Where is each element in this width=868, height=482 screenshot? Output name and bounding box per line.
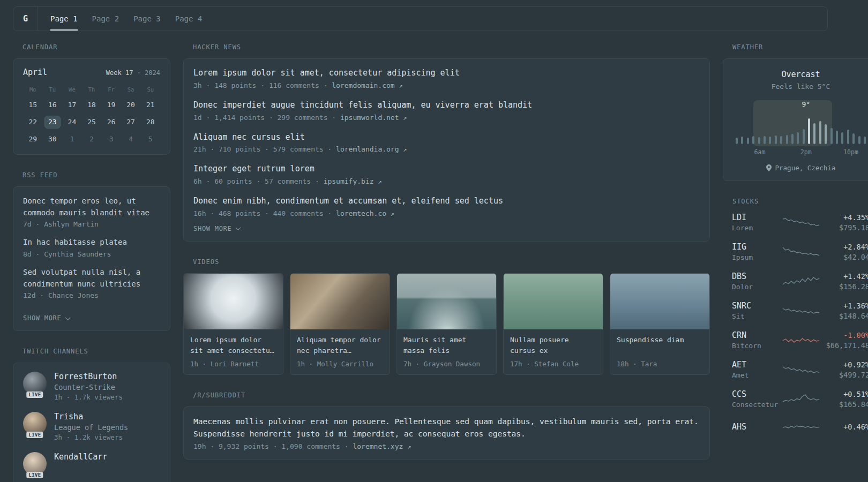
twitch-channel-game: League of Legends (54, 423, 128, 432)
stock-change: +0.51% (821, 390, 868, 398)
video-card[interactable]: Nullam posuere cursus ex17h · Stefan Col… (503, 273, 603, 375)
video-card[interactable]: Lorem ipsum dolor sit amet consectetu…1h… (183, 273, 283, 375)
nav-tabs: Page 1Page 2Page 3Page 4 (38, 7, 202, 31)
hackernews-item-title[interactable]: Donec imperdiet augue tincidunt felis al… (193, 100, 700, 111)
twitch-section-title: TWITCH CHANNELS (13, 347, 170, 356)
post-title[interactable]: Maecenas mollis pulvinar erat non posuer… (193, 416, 700, 440)
video-meta: 7h · Grayson Dawson (403, 360, 490, 368)
twitch-channel-name[interactable]: Trisha (54, 412, 128, 421)
video-card[interactable]: Aliquam tempor dolor nec pharetra…1h · M… (290, 273, 390, 375)
live-badge: LIVE (26, 432, 43, 438)
hackernews-item-title[interactable]: Integer eget rutrum lorem (193, 163, 700, 175)
logo[interactable]: G (13, 7, 38, 31)
calendar-day-selected: 23 (44, 116, 61, 129)
stock-row[interactable]: LDILorem+4.35%$795.18 (732, 213, 868, 232)
stock-row[interactable]: SNRCSit+1.36%$148.64 (732, 301, 868, 320)
location-pin-icon (766, 164, 772, 171)
twitch-channel-name[interactable]: KendallCarr (54, 452, 107, 462)
stock-row[interactable]: CRNBitcorn-1.00%$66,171.48 (732, 330, 868, 350)
main-grid: CALENDAR April Week 17 · 2024 MoTuWeThFr… (13, 43, 828, 482)
calendar-day: 21 (143, 99, 159, 111)
source-link[interactable]: loremnet.xyz (353, 442, 403, 450)
stock-values: +2.84%$42.04 (821, 243, 868, 261)
calendar-year: 2024 (145, 69, 160, 77)
video-card[interactable]: Suspendisse diam18h · Tara (610, 273, 710, 375)
weather-time-label: 6am (754, 148, 766, 156)
tab-page-3[interactable]: Page 3 (133, 7, 161, 31)
stock-sparkline (781, 419, 821, 435)
stock-info: DBSDolor (732, 272, 781, 291)
weather-time-label: 2pm (800, 148, 812, 156)
weather-bar (858, 136, 860, 144)
item-meta: 1d · 1,414 points · 299 comments · ipsum… (193, 114, 700, 122)
calendar-grid: MoTuWeThFrSaSu15161718192021222324252627… (23, 85, 160, 146)
calendar-day: 18 (84, 99, 100, 111)
stock-row[interactable]: AHS+0.46% (732, 419, 868, 435)
twitch-channel-row[interactable]: LIVEForrestBurtonCounter-Strike1h · 1.7k… (23, 372, 160, 401)
tab-page-2[interactable]: Page 2 (92, 7, 119, 31)
rss-list: Donec tempor eros leo, ut commodo mauris… (23, 195, 160, 299)
stock-row[interactable]: AETAmet+0.92%$499.72 (732, 360, 868, 379)
stock-price: $66,171.48 (821, 341, 868, 350)
stock-sparkline (781, 303, 821, 319)
tab-page-4[interactable]: Page 4 (175, 7, 203, 31)
calendar-day: 17 (64, 99, 80, 111)
subreddit-widget: /R/SUBREDDIT Maecenas mollis pulvinar er… (183, 391, 710, 460)
source-link[interactable]: loremdomain.com (332, 81, 394, 89)
weather-card: Overcast Feels like 5°C 9° 6am2pm10pm Pr… (723, 58, 868, 181)
tab-page-1[interactable]: Page 1 (50, 7, 78, 31)
video-meta: 1h · Molly Carrillo (297, 360, 383, 368)
rss-item-meta: 12d · Chance Jones (23, 291, 160, 299)
weather-bar (797, 132, 799, 144)
stock-symbol: LDI (732, 213, 781, 222)
hackernews-item-title[interactable]: Lorem ipsum dolor sit amet, consectetur … (193, 67, 700, 79)
hackernews-item-title[interactable]: Donec enim nibh, condimentum et accumsan… (193, 195, 700, 207)
hackernews-show-more-button[interactable]: SHOW MORE (193, 225, 240, 232)
source-link[interactable]: ipsumify.biz (324, 177, 374, 185)
rss-show-more-button[interactable]: SHOW MORE (23, 314, 70, 322)
video-card[interactable]: Mauris sit amet massa felis7h · Grayson … (396, 273, 497, 375)
stock-row[interactable]: CCSConsectetur+0.51%$165.84 (732, 389, 868, 409)
calendar-day: 15 (25, 99, 41, 111)
rss-item-title[interactable]: In hac habitasse platea (23, 237, 160, 248)
stock-name: Amet (732, 371, 781, 379)
source-link[interactable]: loremtech.co (336, 209, 386, 217)
stock-row[interactable]: IIGIpsum+2.84%$42.04 (732, 242, 868, 261)
hackernews-item: Donec enim nibh, condimentum et accumsan… (193, 195, 700, 217)
stock-values: +0.46% (821, 423, 868, 431)
weather-bar (769, 137, 771, 144)
external-link-icon: ↗ (403, 114, 407, 122)
stock-price: $156.28 (821, 282, 868, 291)
calendar-card: April Week 17 · 2024 MoTuWeThFrSaSu15161… (13, 58, 170, 155)
subreddit-section-title: /R/SUBREDDIT (183, 391, 710, 400)
twitch-channel-row[interactable]: LIVETrishaLeague of Legends3h · 1.2k vie… (23, 412, 160, 441)
stock-sparkline (781, 244, 821, 260)
rss-item-title[interactable]: Donec tempor eros leo, ut commodo mauris… (23, 195, 160, 219)
twitch-channel-row[interactable]: LIVEKendallCarr (23, 452, 160, 476)
weather-bar (775, 135, 777, 144)
weather-section-title: WEATHER (723, 43, 868, 51)
weather-bar (825, 124, 827, 144)
rss-item-title[interactable]: Sed volutpat nulla nisl, a condimentum n… (23, 267, 160, 290)
videos-carousel: Lorem ipsum dolor sit amet consectetu…1h… (183, 273, 710, 375)
stock-symbol: AHS (732, 422, 781, 432)
weather-feels-like: Feels like 5°C (732, 82, 868, 91)
twitch-channel-name[interactable]: ForrestBurton (54, 372, 123, 381)
item-meta: 16h · 468 points · 440 comments · loremt… (193, 209, 700, 217)
stocks-list: LDILorem+4.35%$795.18IIGIpsum+2.84%$42.0… (723, 213, 868, 435)
video-meta: 1h · Lori Barnett (190, 360, 276, 368)
weather-bar (808, 118, 810, 144)
stock-row[interactable]: DBSDolor+1.42%$156.28 (732, 272, 868, 291)
hackernews-item-title[interactable]: Aliquam nec cursus elit (193, 132, 700, 144)
avatar-wrap: LIVE (23, 452, 47, 476)
stock-change: +4.35% (821, 213, 868, 222)
calendar-day: 22 (25, 116, 41, 129)
weather-bar (852, 133, 855, 144)
source-link[interactable]: ipsumworld.net (340, 114, 399, 122)
stock-price: $499.72 (821, 371, 868, 379)
source-link[interactable]: loremlandia.org (336, 145, 399, 153)
video-title: Nullam posuere cursus ex (510, 335, 596, 356)
weather-bar (758, 137, 760, 144)
calendar-day: 25 (84, 116, 100, 129)
calendar-widget: CALENDAR April Week 17 · 2024 MoTuWeThFr… (13, 43, 170, 155)
